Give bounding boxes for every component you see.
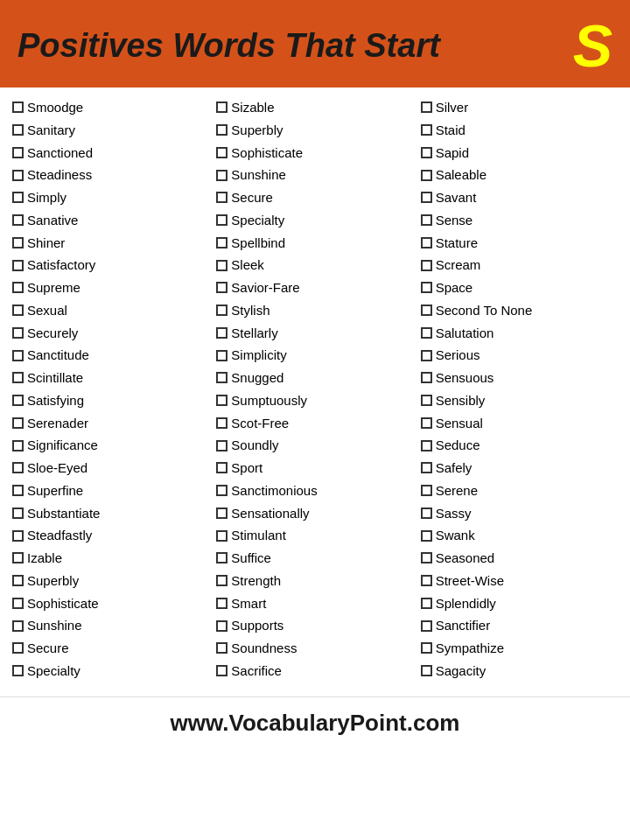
checkbox-icon[interactable] xyxy=(12,350,24,361)
checkbox-icon[interactable] xyxy=(12,192,24,203)
list-item: Swank xyxy=(421,524,618,547)
checkbox-icon[interactable] xyxy=(216,124,228,136)
checkbox-icon[interactable] xyxy=(216,665,228,676)
list-item: Serious xyxy=(421,344,618,367)
checkbox-icon[interactable] xyxy=(421,440,432,452)
checkbox-icon[interactable] xyxy=(421,214,432,226)
list-item: Sunshine xyxy=(12,614,209,637)
list-item: Sophisticate xyxy=(12,592,209,615)
checkbox-icon[interactable] xyxy=(216,575,228,586)
word-label: Scream xyxy=(436,256,481,275)
checkbox-icon[interactable] xyxy=(12,282,24,293)
checkbox-icon[interactable] xyxy=(12,485,24,496)
checkbox-icon[interactable] xyxy=(216,552,228,564)
checkbox-icon[interactable] xyxy=(12,440,24,452)
checkbox-icon[interactable] xyxy=(216,304,228,316)
checkbox-icon[interactable] xyxy=(12,642,24,654)
checkbox-icon[interactable] xyxy=(216,417,228,429)
list-item: Safely xyxy=(421,457,618,480)
checkbox-icon[interactable] xyxy=(421,124,432,136)
checkbox-icon[interactable] xyxy=(421,282,432,293)
checkbox-icon[interactable] xyxy=(216,508,228,519)
checkbox-icon[interactable] xyxy=(216,214,228,226)
checkbox-icon[interactable] xyxy=(421,327,432,339)
word-label: Substantiate xyxy=(27,504,100,523)
checkbox-icon[interactable] xyxy=(216,147,228,158)
checkbox-icon[interactable] xyxy=(216,642,228,654)
checkbox-icon[interactable] xyxy=(421,642,432,654)
checkbox-icon[interactable] xyxy=(12,462,24,473)
checkbox-icon[interactable] xyxy=(421,598,432,609)
checkbox-icon[interactable] xyxy=(216,192,228,203)
word-label: Sassy xyxy=(436,504,472,523)
checkbox-icon[interactable] xyxy=(216,282,228,293)
list-item: Sanctifier xyxy=(421,614,618,637)
checkbox-icon[interactable] xyxy=(421,350,432,361)
checkbox-icon[interactable] xyxy=(421,192,432,203)
checkbox-icon[interactable] xyxy=(421,304,432,316)
checkbox-icon[interactable] xyxy=(216,260,228,271)
checkbox-icon[interactable] xyxy=(216,372,228,383)
list-item: Serenader xyxy=(12,412,209,435)
checkbox-icon[interactable] xyxy=(421,530,432,542)
checkbox-icon[interactable] xyxy=(12,372,24,383)
checkbox-icon[interactable] xyxy=(12,102,24,113)
checkbox-icon[interactable] xyxy=(421,395,432,406)
checkbox-icon[interactable] xyxy=(421,147,432,158)
checkbox-icon[interactable] xyxy=(216,237,228,248)
checkbox-icon[interactable] xyxy=(421,372,432,383)
checkbox-icon[interactable] xyxy=(216,170,228,181)
checkbox-icon[interactable] xyxy=(216,620,228,632)
word-label: Supports xyxy=(231,616,284,635)
checkbox-icon[interactable] xyxy=(216,395,228,406)
checkbox-icon[interactable] xyxy=(12,665,24,676)
checkbox-icon[interactable] xyxy=(421,485,432,496)
checkbox-icon[interactable] xyxy=(421,102,432,113)
list-item: Strength xyxy=(216,570,413,592)
checkbox-icon[interactable] xyxy=(216,598,228,609)
checkbox-icon[interactable] xyxy=(421,620,432,632)
checkbox-icon[interactable] xyxy=(216,327,228,339)
checkbox-icon[interactable] xyxy=(216,462,228,473)
list-item: Satisfying xyxy=(12,389,209,412)
checkbox-icon[interactable] xyxy=(12,304,24,316)
checkbox-icon[interactable] xyxy=(421,417,432,429)
checkbox-icon[interactable] xyxy=(12,395,24,406)
checkbox-icon[interactable] xyxy=(12,260,24,271)
word-label: Second To None xyxy=(436,301,533,320)
word-label: Seasoned xyxy=(436,549,495,568)
checkbox-icon[interactable] xyxy=(421,462,432,473)
checkbox-icon[interactable] xyxy=(12,575,24,586)
checkbox-icon[interactable] xyxy=(12,147,24,158)
list-item: Secure xyxy=(216,186,413,209)
checkbox-icon[interactable] xyxy=(12,598,24,609)
list-item: Sagacity xyxy=(421,660,618,682)
word-label: Sympathize xyxy=(436,639,504,658)
checkbox-icon[interactable] xyxy=(12,214,24,226)
checkbox-icon[interactable] xyxy=(12,530,24,542)
checkbox-icon[interactable] xyxy=(421,237,432,248)
checkbox-icon[interactable] xyxy=(216,485,228,496)
checkbox-icon[interactable] xyxy=(12,620,24,632)
checkbox-icon[interactable] xyxy=(421,665,432,676)
checkbox-icon[interactable] xyxy=(12,124,24,136)
list-item: Sleek xyxy=(216,254,413,276)
checkbox-icon[interactable] xyxy=(421,170,432,181)
checkbox-icon[interactable] xyxy=(421,260,432,271)
checkbox-icon[interactable] xyxy=(421,508,432,519)
checkbox-icon[interactable] xyxy=(12,327,24,339)
word-label: Sanctitude xyxy=(27,346,89,365)
checkbox-icon[interactable] xyxy=(12,552,24,564)
word-label: Sleek xyxy=(231,256,264,275)
checkbox-icon[interactable] xyxy=(216,102,228,113)
list-item: Serene xyxy=(421,480,618,502)
checkbox-icon[interactable] xyxy=(216,350,228,361)
checkbox-icon[interactable] xyxy=(12,237,24,248)
checkbox-icon[interactable] xyxy=(216,530,228,542)
checkbox-icon[interactable] xyxy=(421,552,432,564)
checkbox-icon[interactable] xyxy=(12,508,24,519)
checkbox-icon[interactable] xyxy=(216,440,228,452)
checkbox-icon[interactable] xyxy=(12,417,24,429)
checkbox-icon[interactable] xyxy=(421,575,432,586)
checkbox-icon[interactable] xyxy=(12,170,24,181)
